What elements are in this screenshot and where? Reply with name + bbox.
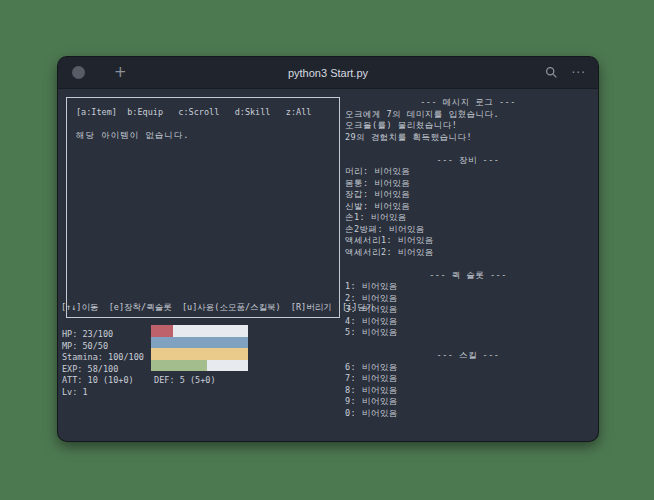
status-line: 4: 비어있음 xyxy=(345,316,591,328)
status-line: 오크을(를) 물리쳤습니다! xyxy=(345,120,591,132)
status-line: 5: 비어있음 xyxy=(345,327,591,339)
status-line: 7: 비어있음 xyxy=(345,373,591,385)
status-line: 3: 비어있음 xyxy=(345,304,591,316)
status-line: --- 장비 --- xyxy=(345,155,591,167)
titlebar-actions: ··· xyxy=(545,57,586,88)
status-line: 8: 비어있음 xyxy=(345,385,591,397)
status-line xyxy=(345,143,591,155)
exp-bar xyxy=(151,360,248,372)
desktop-background: + python3 Start.py ··· [a:Item] b:Equip … xyxy=(0,0,654,500)
mp-bar xyxy=(151,337,248,349)
stamina-bar xyxy=(151,348,248,360)
status-line: 신발: 비어있음 xyxy=(345,201,591,213)
terminal-screen[interactable]: [a:Item] b:Equip c:Scroll d:Skill z:All … xyxy=(58,88,598,441)
status-line: 오크에게 7의 데미지를 입혔습니다. xyxy=(345,109,591,121)
status-line: 액세서리1: 비어있음 xyxy=(345,235,591,247)
status-line: 2: 비어있음 xyxy=(345,293,591,305)
stat-line: ATT: 10 (10+0) DEF: 5 (5+0) xyxy=(62,375,216,387)
status-line: --- 메시지 로그 --- xyxy=(345,97,591,109)
status-panel: --- 메시지 로그 ---오크에게 7의 데미지를 입혔습니다.오크을(를) … xyxy=(345,97,591,419)
status-line: 9: 비어있음 xyxy=(345,396,591,408)
terminal-window: + python3 Start.py ··· [a:Item] b:Equip … xyxy=(58,57,598,441)
inventory-filter-tabs: [a:Item] b:Equip c:Scroll d:Skill z:All xyxy=(76,107,311,117)
status-line: 장갑: 비어있음 xyxy=(345,189,591,201)
keybind-hints: [↑↓]이동 [e]장착/퀵슬롯 [u]사용(소모품/스킬북) [R]버리기 [… xyxy=(61,302,374,314)
status-line: 29의 경험치를 획득했습니다! xyxy=(345,132,591,144)
search-icon[interactable] xyxy=(545,66,558,79)
window-title: python3 Start.py xyxy=(58,67,598,79)
inventory-panel: [a:Item] b:Equip c:Scroll d:Skill z:All … xyxy=(66,97,340,318)
menu-icon[interactable]: ··· xyxy=(572,66,586,80)
status-line: 6: 비어있음 xyxy=(345,362,591,374)
status-line: 0: 비어있음 xyxy=(345,408,591,420)
status-line xyxy=(345,258,591,270)
stat-bars xyxy=(151,325,248,371)
hp-bar xyxy=(151,325,248,337)
stat-line: Lv: 1 xyxy=(62,387,216,399)
status-line: 손2방패: 비어있음 xyxy=(345,224,591,236)
status-line: --- 스킬 --- xyxy=(345,350,591,362)
status-line: 머리: 비어있음 xyxy=(345,166,591,178)
status-line: 몸통: 비어있음 xyxy=(345,178,591,190)
status-line: 손1: 비어있음 xyxy=(345,212,591,224)
status-line: 액세서리2: 비어있음 xyxy=(345,247,591,259)
status-line xyxy=(345,339,591,351)
status-line: --- 퀵 슬롯 --- xyxy=(345,270,591,282)
status-line: 1: 비어있음 xyxy=(345,281,591,293)
inventory-empty-message: 해당 아이템이 없습니다. xyxy=(76,130,189,142)
titlebar: + python3 Start.py ··· xyxy=(58,57,598,89)
